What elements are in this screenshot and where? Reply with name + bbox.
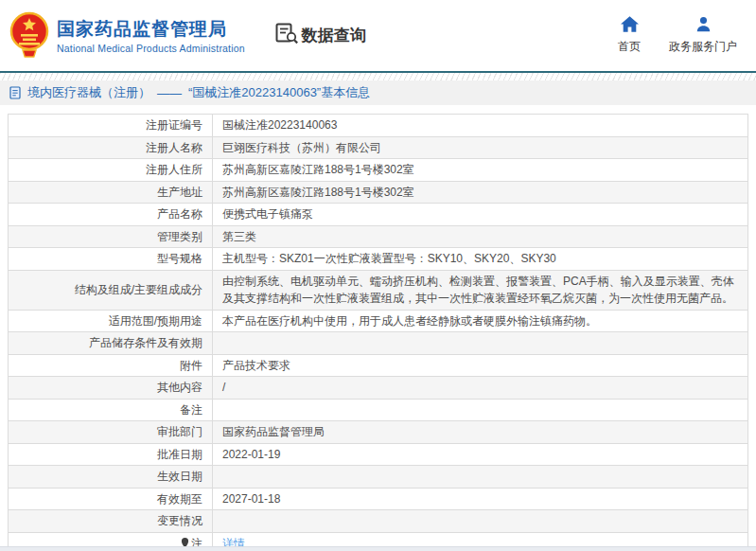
site-subtitle: National Medical Products Administration	[57, 43, 245, 54]
row-label: 生产地址	[9, 181, 213, 204]
info-table: 注册证编号国械注准20223140063注册人名称巨翊医疗科技（苏州）有限公司注…	[8, 114, 748, 551]
table-row: 型号规格主机型号：SKZ01一次性贮液装置型号：SKY10、SKY20、SKY3…	[9, 248, 748, 271]
table-row: 有效期至2027-01-18	[9, 488, 748, 510]
row-label: 附件	[9, 354, 213, 377]
row-label: 批准日期	[9, 443, 213, 466]
row-label: 注册证编号	[9, 115, 213, 137]
row-label: 其他内容	[9, 377, 213, 400]
breadcrumb-section: 境内医疗器械（注册）	[27, 84, 150, 101]
table-row: 附件产品技术要求	[9, 354, 748, 377]
info-table-body: 注册证编号国械注准20223140063注册人名称巨翊医疗科技（苏州）有限公司注…	[9, 115, 748, 551]
row-value	[213, 332, 748, 355]
row-value	[213, 510, 748, 533]
header-nav: 首页 政务服务门户	[618, 16, 737, 55]
site-title: 国家药品监督管理局	[57, 18, 245, 41]
row-value: 2027-01-18	[213, 488, 748, 510]
row-value: 由控制系统、电机驱动单元、蠕动挤压机构、检测装置、报警装置、PCA手柄、输入及显…	[213, 270, 748, 310]
registration-info-section: 注册证编号国械注准20223140063注册人名称巨翊医疗科技（苏州）有限公司注…	[8, 114, 748, 551]
row-label: 管理类别	[9, 225, 213, 248]
table-row: 管理类别第三类	[9, 225, 748, 248]
row-value: 产品技术要求	[213, 354, 748, 377]
data-query-icon	[275, 23, 299, 49]
table-row: 备注	[9, 399, 748, 421]
row-value: 2022-01-19	[213, 443, 748, 466]
row-label: 审批部门	[9, 421, 213, 444]
breadcrumb: 境内医疗器械（注册） —— “国械注准20223140063”基本信息	[0, 80, 756, 105]
table-row: 审批部门国家药品监督管理局	[9, 421, 748, 444]
row-label: 产品储存条件及有效期	[9, 332, 213, 355]
row-label: 有效期至	[9, 488, 213, 510]
row-value: 苏州高新区嘉陵江路188号1号楼302室	[213, 181, 748, 204]
footer-band	[0, 546, 756, 551]
site-title-block: 国家药品监督管理局 National Medical Products Admi…	[57, 18, 245, 54]
row-value: 巨翊医疗科技（苏州）有限公司	[213, 136, 748, 159]
breadcrumb-detail: “国械注准20223140063”基本信息	[188, 84, 370, 101]
table-row: 注册人住所苏州高新区嘉陵江路188号1号楼302室	[9, 159, 748, 182]
row-label: 注册人住所	[9, 159, 213, 182]
row-value: /	[213, 377, 748, 400]
row-value: 便携式电子镇痛泵	[213, 204, 748, 226]
table-row: 产品储存条件及有效期	[9, 332, 748, 355]
row-label: 型号规格	[9, 248, 213, 271]
row-value: 本产品在医疗机构中使用，用于成人患者经静脉或者硬膜外输注镇痛药物。	[213, 310, 748, 332]
table-row: 产品名称便携式电子镇痛泵	[9, 204, 748, 226]
table-row: 生效日期	[9, 466, 748, 489]
row-label: 备注	[9, 399, 213, 421]
table-row: 结构及组成/主要组成成分由控制系统、电机驱动单元、蠕动挤压机构、检测装置、报警装…	[9, 270, 748, 310]
row-label: 生效日期	[9, 466, 213, 489]
row-value: 主机型号：SKZ01一次性贮液装置型号：SKY10、SKY20、SKY30	[213, 248, 748, 271]
table-row: 适用范围/预期用途本产品在医疗机构中使用，用于成人患者经静脉或者硬膜外输注镇痛药…	[9, 310, 748, 332]
data-query-label: 数据查询	[302, 25, 366, 46]
hatch-pattern-band	[0, 73, 756, 80]
row-label: 结构及组成/主要组成成分	[9, 270, 213, 310]
table-row: 其他内容/	[9, 377, 748, 400]
table-row: 批准日期2022-01-19	[9, 443, 748, 466]
national-emblem-logo	[8, 10, 51, 63]
data-query-button[interactable]: 数据查询	[275, 23, 366, 49]
table-row: 注册人名称巨翊医疗科技（苏州）有限公司	[9, 136, 748, 159]
row-label: 注册人名称	[9, 136, 213, 159]
row-value	[213, 466, 748, 489]
row-label: 变更情况	[9, 510, 213, 533]
nav-home[interactable]: 首页	[618, 16, 641, 55]
breadcrumb-separator: ——	[157, 86, 182, 100]
nav-home-label: 首页	[618, 39, 641, 55]
table-row: 注册证编号国械注准20223140063	[9, 115, 748, 137]
row-value: 国械注准20223140063	[213, 115, 748, 137]
nav-gov-portal-label: 政务服务门户	[669, 39, 737, 55]
row-value: 第三类	[213, 225, 748, 248]
row-label: 适用范围/预期用途	[9, 310, 213, 332]
row-value: 国家药品监督管理局	[213, 421, 748, 444]
nav-gov-portal[interactable]: 政务服务门户	[669, 16, 737, 55]
row-label: 产品名称	[9, 204, 213, 226]
row-value	[213, 399, 748, 421]
site-header: 国家药品监督管理局 National Medical Products Admi…	[0, 0, 756, 71]
person-icon	[695, 16, 712, 32]
home-icon	[621, 16, 639, 32]
row-value: 苏州高新区嘉陵江路188号1号楼302室	[213, 159, 748, 182]
document-icon	[9, 86, 21, 99]
table-row: 生产地址苏州高新区嘉陵江路188号1号楼302室	[9, 181, 748, 204]
table-row: 变更情况	[9, 510, 748, 533]
